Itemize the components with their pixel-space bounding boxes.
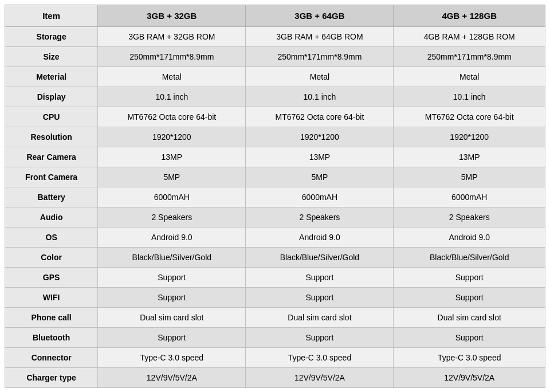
row-col2: Type-C 3.0 speed [246, 348, 394, 368]
row-col1: 10.1 inch [98, 87, 246, 107]
row-col3: 4GB RAM + 128GB ROM [394, 27, 545, 47]
row-label: Display [5, 87, 98, 107]
row-col2: 12V/9V/5V/2A [246, 368, 394, 388]
table-row: Resolution1920*12001920*12001920*1200 [5, 127, 545, 147]
row-label: Phone call [5, 308, 98, 328]
row-col2: 13MP [246, 147, 394, 167]
row-col3: 6000mAH [394, 187, 545, 207]
row-col3: 13MP [394, 147, 545, 167]
row-col3: Support [394, 268, 545, 288]
row-col1: MT6762 Octa core 64-bit [98, 107, 246, 127]
row-label: Meterial [5, 67, 98, 87]
table-row: Rear Camera13MP13MP13MP [5, 147, 545, 167]
table-row: Size250mm*171mm*8.9mm250mm*171mm*8.9mm25… [5, 47, 545, 67]
row-col1: Support [98, 268, 246, 288]
row-label: Audio [5, 207, 98, 228]
row-col2: Black/Blue/Silver/Gold [246, 248, 394, 268]
row-col3: Black/Blue/Silver/Gold [394, 248, 545, 268]
spec-table-container: Item 3GB + 32GB 3GB + 64GB 4GB + 128GB S… [0, 0, 550, 392]
row-label: Storage [5, 27, 98, 47]
row-col3: 2 Speakers [394, 207, 545, 228]
row-col3: 5MP [394, 167, 545, 187]
row-col1: 6000mAH [98, 187, 246, 207]
row-col1: Support [98, 328, 246, 348]
table-row: Charger type12V/9V/5V/2A12V/9V/5V/2A12V/… [5, 368, 545, 388]
row-col3: Android 9.0 [394, 228, 545, 248]
row-col3: Type-C 3.0 speed [394, 348, 545, 368]
header-col2: 3GB + 64GB [246, 5, 394, 27]
row-col3: Support [394, 288, 545, 308]
row-label: WIFI [5, 288, 98, 308]
row-col1: Android 9.0 [98, 228, 246, 248]
row-col1: Support [98, 288, 246, 308]
row-col2: Support [246, 268, 394, 288]
row-col1: Type-C 3.0 speed [98, 348, 246, 368]
row-label: Connector [5, 348, 98, 368]
header-col3: 4GB + 128GB [394, 5, 545, 27]
row-col2: Metal [246, 67, 394, 87]
row-col3: Metal [394, 67, 545, 87]
row-col1: Black/Blue/Silver/Gold [98, 248, 246, 268]
row-col3: 12V/9V/5V/2A [394, 368, 545, 388]
table-row: Battery6000mAH6000mAH6000mAH [5, 187, 545, 207]
row-col1: Metal [98, 67, 246, 87]
row-label: Rear Camera [5, 147, 98, 167]
table-row: Display10.1 inch10.1 inch10.1 inch [5, 87, 545, 107]
row-col1: 5MP [98, 167, 246, 187]
row-label: OS [5, 228, 98, 248]
row-label: GPS [5, 268, 98, 288]
spec-table: Item 3GB + 32GB 3GB + 64GB 4GB + 128GB S… [5, 5, 545, 388]
table-row: CPUMT6762 Octa core 64-bitMT6762 Octa co… [5, 107, 545, 127]
row-col2: 3GB RAM + 64GB ROM [246, 27, 394, 47]
table-row: BluetoothSupportSupportSupport [5, 328, 545, 348]
header-col1: 3GB + 32GB [98, 5, 246, 27]
table-row: Front Camera5MP5MP5MP [5, 167, 545, 187]
row-col2: Support [246, 328, 394, 348]
row-label: Color [5, 248, 98, 268]
row-col2: 6000mAH [246, 187, 394, 207]
row-label: Resolution [5, 127, 98, 147]
table-row: ConnectorType-C 3.0 speedType-C 3.0 spee… [5, 348, 545, 368]
row-col2: Support [246, 288, 394, 308]
table-row: Audio2 Speakers2 Speakers2 Speakers [5, 207, 545, 228]
row-label: Charger type [5, 368, 98, 388]
header-item: Item [5, 5, 98, 27]
row-col3: 250mm*171mm*8.9mm [394, 47, 545, 67]
row-col2: Android 9.0 [246, 228, 394, 248]
row-col2: 10.1 inch [246, 87, 394, 107]
row-col2: 5MP [246, 167, 394, 187]
row-label: Bluetooth [5, 328, 98, 348]
row-col1: 2 Speakers [98, 207, 246, 228]
row-col2: 250mm*171mm*8.9mm [246, 47, 394, 67]
row-col2: MT6762 Octa core 64-bit [246, 107, 394, 127]
row-col1: 13MP [98, 147, 246, 167]
row-col2: 2 Speakers [246, 207, 394, 228]
row-col3: MT6762 Octa core 64-bit [394, 107, 545, 127]
row-label: Size [5, 47, 98, 67]
row-col1: 12V/9V/5V/2A [98, 368, 246, 388]
table-row: ColorBlack/Blue/Silver/GoldBlack/Blue/Si… [5, 248, 545, 268]
row-col1: Dual sim card slot [98, 308, 246, 328]
row-col3: 10.1 inch [394, 87, 545, 107]
row-col2: Dual sim card slot [246, 308, 394, 328]
row-col3: Support [394, 328, 545, 348]
row-col1: 3GB RAM + 32GB ROM [98, 27, 246, 47]
table-body: Storage3GB RAM + 32GB ROM3GB RAM + 64GB … [5, 27, 545, 388]
table-row: MeterialMetalMetalMetal [5, 67, 545, 87]
row-col1: 1920*1200 [98, 127, 246, 147]
row-label: CPU [5, 107, 98, 127]
table-row: OSAndroid 9.0Android 9.0Android 9.0 [5, 228, 545, 248]
row-label: Front Camera [5, 167, 98, 187]
table-row: WIFISupportSupportSupport [5, 288, 545, 308]
row-col1: 250mm*171mm*8.9mm [98, 47, 246, 67]
row-col3: Dual sim card slot [394, 308, 545, 328]
row-col3: 1920*1200 [394, 127, 545, 147]
table-row: Storage3GB RAM + 32GB ROM3GB RAM + 64GB … [5, 27, 545, 47]
row-col2: 1920*1200 [246, 127, 394, 147]
table-row: GPSSupportSupportSupport [5, 268, 545, 288]
row-label: Battery [5, 187, 98, 207]
table-header-row: Item 3GB + 32GB 3GB + 64GB 4GB + 128GB [5, 5, 545, 27]
table-row: Phone callDual sim card slotDual sim car… [5, 308, 545, 328]
